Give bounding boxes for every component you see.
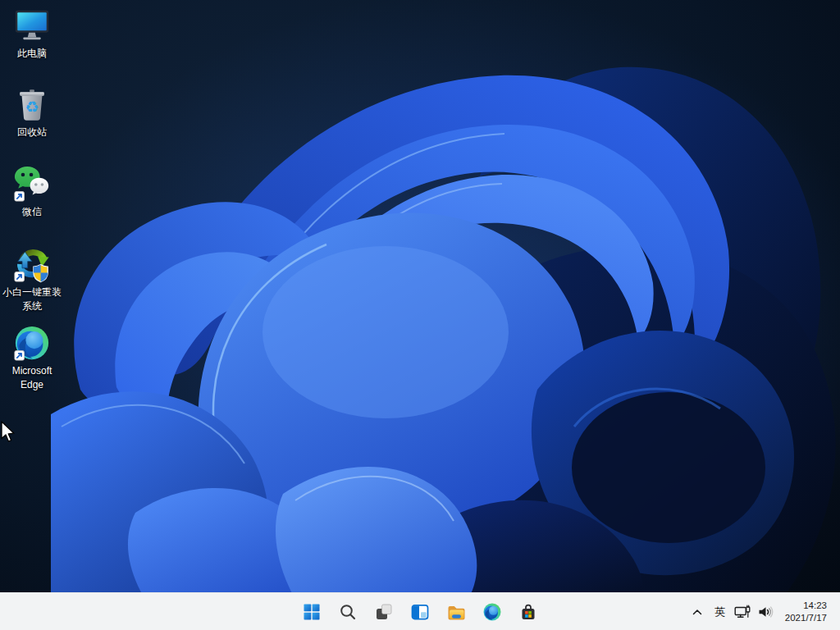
speakers-volume-icon [757, 604, 774, 620]
desktop-icon-microsoft-edge[interactable]: Microsoft Edge [1, 324, 63, 392]
clock-date: 2021/7/17 [785, 612, 827, 624]
widgets-button[interactable] [404, 596, 436, 628]
icon-label: 此电脑 [17, 47, 47, 61]
windows-desktop: 此电脑 ♻ 回收站 [0, 0, 840, 630]
search-button[interactable] [331, 596, 364, 628]
desktop-icon-this-pc[interactable]: 此电脑 [1, 7, 63, 61]
start-button[interactable] [295, 596, 328, 628]
svg-text:♻: ♻ [25, 98, 39, 116]
microsoft-store-icon [518, 602, 538, 622]
ime-indicator[interactable]: 英 [710, 596, 731, 628]
shortcut-arrow-badge [15, 351, 25, 361]
clock[interactable]: 14:23 2021/7/17 [782, 596, 837, 628]
ime-label: 英 [714, 605, 725, 619]
hidden-icons-button[interactable] [685, 596, 710, 628]
desktop-icon-wechat[interactable]: 微信 [1, 165, 63, 219]
wallpaper-bloom [0, 0, 840, 630]
xiaobai-reinstall-icon [13, 245, 51, 283]
desktop-icon-xiaobai-reinstall[interactable]: 小白一键重装系统 [1, 245, 63, 313]
uac-shield [34, 264, 48, 281]
widgets-icon [410, 602, 430, 622]
ethernet-network-icon [734, 604, 751, 620]
search-icon [338, 602, 358, 622]
icon-label: 微信 [22, 205, 42, 219]
wechat-icon [13, 165, 51, 203]
network-button[interactable] [731, 596, 754, 628]
task-view-icon [374, 602, 394, 622]
icon-label: 小白一键重装系统 [2, 285, 62, 313]
shortcut-arrow-badge [15, 272, 25, 282]
edge-button[interactable] [476, 596, 509, 628]
volume-button[interactable] [754, 596, 777, 628]
edge-taskbar-icon [482, 602, 502, 622]
file-explorer-icon [446, 602, 466, 622]
desktop-icon-recycle-bin[interactable]: ♻ 回收站 [1, 85, 63, 139]
system-tray: 英 14:23 2021/7/17 [685, 593, 837, 630]
taskbar: 英 14:23 2021/7/17 [0, 592, 840, 630]
task-view-button[interactable] [368, 596, 400, 628]
icon-label: 回收站 [17, 126, 47, 139]
icon-label: Microsoft Edge [2, 364, 62, 392]
this-pc-icon [13, 7, 51, 44]
store-button[interactable] [512, 596, 545, 628]
clock-time: 14:23 [785, 600, 827, 612]
chevron-up-icon [689, 604, 705, 620]
taskbar-center-icons [295, 593, 545, 630]
edge-icon [13, 324, 51, 362]
recycle-bin-icon: ♻ [13, 85, 51, 123]
shortcut-arrow-badge [15, 192, 25, 202]
file-explorer-button[interactable] [440, 596, 472, 628]
windows-start-icon [302, 602, 322, 622]
